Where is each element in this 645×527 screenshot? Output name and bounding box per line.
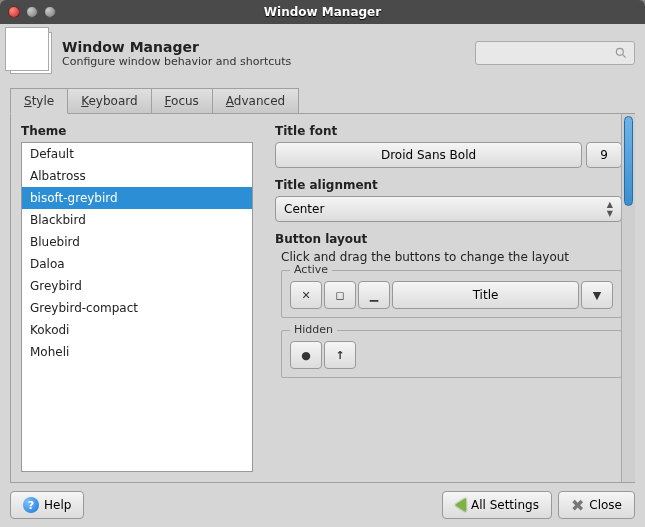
- title-align-combo[interactable]: Center ▲▼: [275, 196, 622, 222]
- title-align-value: Center: [284, 202, 324, 216]
- hidden-legend: Hidden: [290, 323, 337, 336]
- tab-advanced[interactable]: Advanced: [212, 88, 299, 113]
- help-button[interactable]: ? Help: [10, 491, 84, 519]
- close-icon: ✖: [571, 496, 584, 515]
- wm-shade-button[interactable]: ↑: [324, 341, 356, 369]
- theme-item[interactable]: Daloa: [22, 253, 252, 275]
- scrollbar-thumb[interactable]: [624, 116, 633, 206]
- chevron-down-icon: ▼: [593, 289, 601, 302]
- help-icon: ?: [23, 497, 39, 513]
- maximize-icon: ◻: [335, 289, 344, 302]
- titlebar: Window Manager: [0, 0, 645, 24]
- hidden-group: Hidden ● ↑: [281, 330, 622, 378]
- svg-line-1: [622, 54, 625, 57]
- font-size-button[interactable]: 9: [586, 142, 622, 168]
- wm-title-slot[interactable]: Title: [392, 281, 579, 309]
- wm-maximize-button[interactable]: ◻: [324, 281, 356, 309]
- theme-item[interactable]: bisoft-greybird: [22, 187, 252, 209]
- wm-stick-button[interactable]: ●: [290, 341, 322, 369]
- font-chooser-button[interactable]: Droid Sans Bold: [275, 142, 582, 168]
- window-title: Window Manager: [0, 5, 645, 19]
- chevron-updown-icon: ▲▼: [607, 200, 613, 218]
- title-font-label: Title font: [275, 124, 622, 138]
- svg-point-0: [616, 48, 623, 55]
- theme-item[interactable]: Blackbird: [22, 209, 252, 231]
- active-group: Active ✕ ◻ ▁ Title ▼: [281, 270, 622, 318]
- button-layout-label: Button layout: [275, 232, 622, 246]
- tab-row: Style Keyboard Focus Advanced: [0, 88, 645, 113]
- tab-panel-style: Theme Default Albatross bisoft-greybird …: [10, 113, 635, 483]
- theme-item[interactable]: Moheli: [22, 341, 252, 363]
- theme-item[interactable]: Bluebird: [22, 231, 252, 253]
- scrollbar[interactable]: [621, 114, 635, 482]
- tab-style[interactable]: Style: [10, 88, 68, 114]
- all-settings-button[interactable]: All Settings: [442, 491, 552, 519]
- page-subtitle: Configure window behavior and shortcuts: [62, 55, 291, 68]
- theme-item[interactable]: Kokodi: [22, 319, 252, 341]
- theme-list[interactable]: Default Albatross bisoft-greybird Blackb…: [21, 142, 253, 472]
- tab-keyboard[interactable]: Keyboard: [67, 88, 151, 113]
- theme-item[interactable]: Greybird: [22, 275, 252, 297]
- back-arrow-icon: [455, 498, 466, 512]
- app-icon: [10, 32, 52, 74]
- wm-menu-button[interactable]: ▼: [581, 281, 613, 309]
- wm-close-button[interactable]: ✕: [290, 281, 322, 309]
- minimize-icon: ▁: [370, 289, 378, 302]
- wm-minimize-button[interactable]: ▁: [358, 281, 390, 309]
- close-button[interactable]: ✖ Close: [558, 491, 635, 519]
- theme-item[interactable]: Default: [22, 143, 252, 165]
- search-input[interactable]: [475, 41, 635, 65]
- title-align-label: Title alignment: [275, 178, 622, 192]
- search-icon: [614, 46, 628, 60]
- page-title: Window Manager: [62, 39, 291, 55]
- button-layout-hint: Click and drag the buttons to change the…: [281, 250, 622, 264]
- footer: ? Help All Settings ✖ Close: [0, 483, 645, 527]
- close-x-icon: ✕: [301, 289, 310, 302]
- arrow-up-icon: ↑: [335, 349, 344, 362]
- tab-focus[interactable]: Focus: [151, 88, 213, 113]
- theme-item[interactable]: Greybird-compact: [22, 297, 252, 319]
- dot-icon: ●: [301, 349, 311, 362]
- theme-label: Theme: [21, 124, 253, 138]
- theme-item[interactable]: Albatross: [22, 165, 252, 187]
- header: Window Manager Configure window behavior…: [0, 24, 645, 82]
- active-legend: Active: [290, 263, 332, 276]
